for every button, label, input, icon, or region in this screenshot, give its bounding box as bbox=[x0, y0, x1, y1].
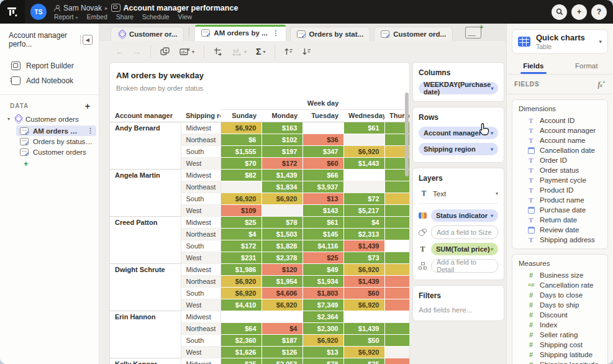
account-manager-cell[interactable]: Dwight Schrute bbox=[110, 263, 181, 311]
value-cell[interactable]: $2,313 bbox=[343, 228, 384, 240]
account-manager-cell[interactable]: Kelly Kapoor bbox=[110, 358, 181, 364]
value-cell[interactable]: $13 bbox=[302, 346, 343, 358]
redo-button[interactable]: → bbox=[133, 47, 141, 57]
value-cell[interactable]: $6,920 bbox=[220, 193, 261, 204]
value-cell[interactable]: $3,937 bbox=[302, 181, 343, 193]
region-cell[interactable]: South bbox=[181, 193, 220, 204]
value-cell[interactable] bbox=[384, 181, 410, 193]
region-cell[interactable]: Northeast bbox=[181, 134, 220, 145]
field-item[interactable]: #Shipping latitude bbox=[512, 350, 607, 360]
field-item[interactable]: #Days to close bbox=[512, 290, 607, 300]
chevron-down-icon[interactable]: ▾ bbox=[491, 213, 493, 219]
region-cell[interactable]: Midwest bbox=[181, 169, 220, 181]
value-cell[interactable]: $1,986 bbox=[220, 263, 261, 275]
worksheet-title[interactable]: AM orders by weekday bbox=[110, 63, 409, 80]
tab-format[interactable]: Format bbox=[560, 57, 613, 74]
field-item[interactable]: #Business size bbox=[512, 270, 607, 280]
value-cell[interactable] bbox=[343, 311, 384, 322]
value-cell[interactable]: $1,439 bbox=[343, 275, 384, 287]
value-cell[interactable]: $66 bbox=[302, 169, 343, 181]
help-button[interactable]: ? bbox=[591, 4, 607, 20]
region-cell[interactable]: West bbox=[181, 157, 220, 169]
value-cell[interactable]: $187 bbox=[261, 334, 302, 346]
value-cell[interactable]: $6,920 bbox=[261, 193, 302, 204]
col-header-monday[interactable]: Monday bbox=[261, 109, 302, 122]
tab-am-orders-by-weekday[interactable]: ✓ AM orders by ... ⋮ bbox=[194, 24, 286, 41]
undo-button[interactable]: ← bbox=[116, 47, 124, 57]
sidebar-item-add-notebook[interactable]: Add Notebook bbox=[0, 73, 99, 88]
value-cell[interactable] bbox=[384, 322, 410, 334]
field-item[interactable]: TAccount name bbox=[512, 135, 607, 145]
value-cell[interactable] bbox=[302, 122, 343, 134]
value-cell[interactable]: $60 bbox=[343, 287, 384, 299]
value-cell[interactable] bbox=[384, 311, 410, 322]
region-cell[interactable]: Northeast bbox=[181, 228, 220, 240]
col-header-sunday[interactable]: Sunday bbox=[220, 109, 261, 122]
value-cell[interactable]: $102 bbox=[261, 134, 302, 145]
field-item[interactable]: #Days to ship bbox=[512, 300, 607, 310]
value-cell[interactable] bbox=[384, 263, 410, 275]
account-manager-cell[interactable]: Creed Patton bbox=[110, 216, 181, 263]
value-cell[interactable] bbox=[343, 169, 384, 181]
region-cell[interactable]: Midwest bbox=[181, 311, 220, 322]
value-cell[interactable]: $4,606 bbox=[261, 287, 302, 299]
region-cell[interactable]: West bbox=[181, 204, 220, 216]
value-cell[interactable]: $145 bbox=[302, 228, 343, 240]
value-cell[interactable]: $1,954 bbox=[261, 275, 302, 287]
field-item[interactable]: TShipping address bbox=[512, 235, 607, 245]
value-cell[interactable]: $4,410 bbox=[220, 299, 261, 311]
filters-dropzone[interactable]: Add fields here... bbox=[419, 305, 498, 314]
rows-field-pill-shipping-region[interactable]: Shipping region▾ bbox=[419, 143, 498, 155]
value-cell[interactable]: $231 bbox=[220, 252, 261, 263]
region-cell[interactable]: West bbox=[181, 299, 220, 311]
value-cell[interactable] bbox=[384, 252, 410, 263]
value-cell[interactable]: $4,116 bbox=[302, 240, 343, 252]
value-cell[interactable] bbox=[384, 299, 410, 311]
value-cell[interactable]: $6,920 bbox=[343, 145, 384, 157]
value-cell[interactable]: $1,503 bbox=[261, 228, 302, 240]
value-cell[interactable]: $82 bbox=[220, 169, 261, 181]
field-item[interactable]: Cancellation date bbox=[512, 145, 607, 155]
value-cell[interactable]: $143 bbox=[302, 204, 343, 216]
sort-ascending-button[interactable] bbox=[284, 48, 293, 55]
region-cell[interactable]: Northeast bbox=[181, 275, 220, 287]
menu-share[interactable]: Share bbox=[116, 13, 134, 20]
value-cell[interactable] bbox=[384, 287, 410, 299]
value-cell[interactable]: $36 bbox=[302, 134, 343, 145]
value-cell[interactable]: $126 bbox=[261, 346, 302, 358]
app-logo-icon[interactable] bbox=[0, 0, 25, 24]
value-cell[interactable]: $1,934 bbox=[302, 275, 343, 287]
value-cell[interactable]: $6,920 bbox=[261, 299, 302, 311]
value-cell[interactable]: $1,439 bbox=[261, 169, 302, 181]
tab-fields[interactable]: Fields bbox=[507, 57, 560, 74]
pivot-button[interactable] bbox=[214, 47, 223, 56]
value-cell[interactable]: $2,053 bbox=[261, 358, 302, 364]
col-header-shipping-region[interactable]: Shipping region bbox=[181, 109, 220, 122]
value-cell[interactable]: $70 bbox=[220, 157, 261, 169]
columns-field-pill[interactable]: WEEKDAY(Purchase date)▾ bbox=[419, 82, 498, 94]
field-item[interactable]: TReturn date bbox=[512, 215, 607, 225]
value-cell[interactable]: $7,349 bbox=[302, 299, 343, 311]
menu-embed[interactable]: Embed bbox=[86, 13, 107, 20]
worksheet-subtitle[interactable]: Broken down by order status bbox=[110, 80, 409, 92]
chart-type-selector[interactable]: Quick charts Table ▾ bbox=[512, 29, 608, 54]
value-cell[interactable]: $1,555 bbox=[220, 145, 261, 157]
rows-field-pill-account-manager[interactable]: Account manager▾ bbox=[419, 127, 498, 139]
value-cell[interactable]: $1,828 bbox=[261, 240, 302, 252]
add-element-button[interactable]: + bbox=[24, 158, 99, 170]
region-cell[interactable]: West bbox=[181, 252, 220, 263]
value-cell[interactable]: $120 bbox=[261, 263, 302, 275]
field-item[interactable]: Purchase date bbox=[512, 205, 607, 215]
sort-descending-button[interactable] bbox=[302, 48, 311, 55]
tab-orders-by-status[interactable]: ✓ Orders by stat... bbox=[290, 27, 371, 41]
field-item[interactable]: TOrder status bbox=[512, 165, 607, 175]
region-cell[interactable]: Midwest bbox=[181, 216, 220, 228]
value-cell[interactable] bbox=[384, 240, 410, 252]
value-cell[interactable]: $1,443 bbox=[343, 157, 384, 169]
sidebar-item-report-builder[interactable]: Report Builder bbox=[0, 58, 99, 73]
chevron-down-icon[interactable]: ▾ bbox=[491, 130, 493, 136]
value-cell[interactable]: $50 bbox=[343, 334, 384, 346]
region-cell[interactable]: Midwest bbox=[181, 358, 220, 364]
menu-report[interactable]: Report ▾ bbox=[54, 13, 78, 20]
add-data-button[interactable]: + bbox=[85, 103, 90, 109]
